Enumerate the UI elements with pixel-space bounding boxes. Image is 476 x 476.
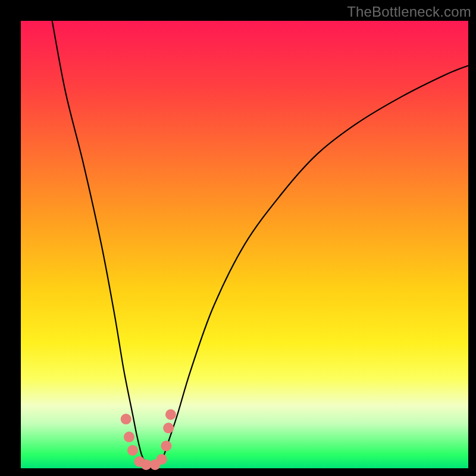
highlight-dot (161, 440, 171, 451)
highlight-dot (121, 414, 131, 424)
plot-area (21, 21, 468, 468)
highlight-dot (165, 409, 176, 420)
curve-layer (21, 21, 468, 468)
highlight-dots (121, 409, 176, 470)
highlight-dot (124, 431, 134, 442)
bottleneck-curve (52, 21, 468, 469)
highlight-dot (127, 445, 138, 456)
chart-frame: TheBottleneck.com (0, 0, 476, 476)
highlight-dot (163, 422, 174, 433)
highlight-dot (156, 454, 167, 465)
watermark-text: TheBottleneck.com (347, 4, 471, 20)
